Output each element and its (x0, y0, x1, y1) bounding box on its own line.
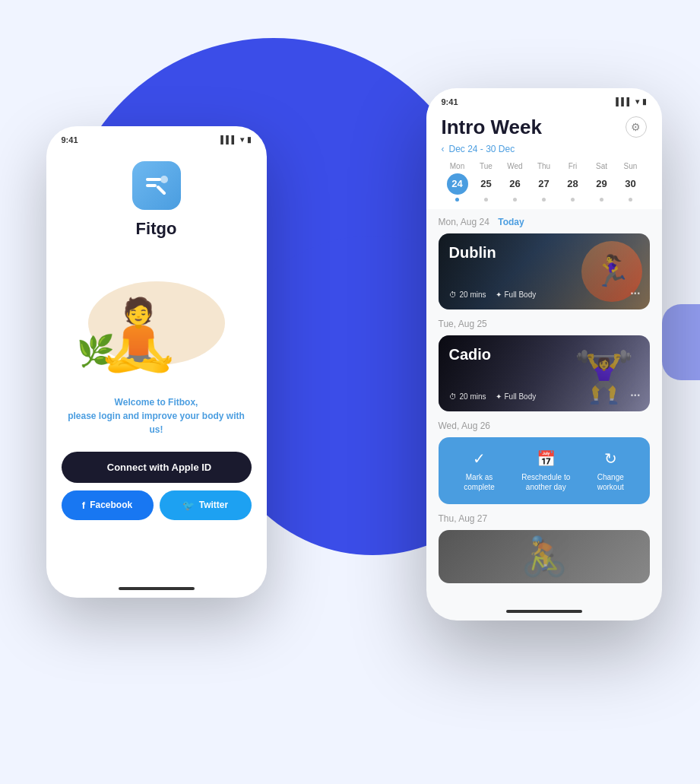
day-sat[interactable]: Sat 29 (588, 162, 616, 202)
workout-title-cadio: Cadio (449, 346, 639, 363)
day-dot-fri (571, 198, 575, 202)
settings-button[interactable]: ⚙ (626, 116, 647, 138)
workout-duration-dublin: ⏱ 20 mins (449, 290, 486, 299)
workout-type-cadio: ✦ Full Body (496, 392, 537, 401)
day-name-thu: Thu (537, 162, 550, 170)
logo-icon (143, 172, 170, 199)
day-num-tue: 25 (476, 173, 497, 195)
workout-content-cadio: Cadio ⏱ 20 mins ✦ Full Body (439, 335, 650, 411)
phone-schedule: 9:41 ▌▌▌ ▾ ▮ Intro Week ⚙ ‹ Dec 24 - 30 … (426, 88, 662, 621)
day-dot-thu (542, 198, 546, 202)
day-sun[interactable]: Sun 30 (616, 162, 645, 202)
action-mark-complete[interactable]: ✓ Mark ascomplete (464, 449, 495, 492)
section-date-wed: Wed, Aug 26 (439, 421, 491, 431)
day-name-tue: Tue (480, 162, 493, 170)
action-reschedule-label: Reschedule toanother day (521, 472, 570, 492)
day-tue[interactable]: Tue 25 (472, 162, 501, 202)
apple-id-button[interactable]: Connect with Apple ID (62, 452, 252, 483)
workout-type-dublin: ✦ Full Body (496, 290, 537, 299)
day-dot-mon (455, 198, 459, 202)
clock-icon: ⏱ (449, 290, 457, 299)
title-row: Intro Week ⚙ (442, 116, 647, 139)
clock-icon-cadio: ⏱ (449, 392, 457, 401)
type-text-cadio: Full Body (505, 392, 537, 401)
today-badge: Today (498, 217, 524, 227)
day-name-sat: Sat (596, 162, 607, 170)
phones-container: 9:41 ▌▌▌ ▾ ▮ Fitgo (24, 50, 677, 735)
day-num-thu: 27 (534, 173, 555, 195)
home-indicator-right (506, 610, 582, 613)
welcome-prefix: Welcome to (115, 397, 168, 408)
day-thu[interactable]: Thu 27 (530, 162, 559, 202)
svg-point-2 (160, 176, 168, 183)
day-num-sun: 30 (620, 173, 641, 195)
check-circle-icon: ✓ (473, 449, 486, 468)
brand-name: Fitbox (168, 397, 195, 408)
day-label-thu: Thu, Aug 27 (439, 513, 650, 524)
facebook-button[interactable]: f Facebook (62, 490, 154, 520)
status-icons-right: ▌▌▌ ▾ ▮ (616, 97, 646, 106)
day-dot-sun (629, 198, 632, 202)
workout-bg-thu: 🚴 (439, 530, 650, 583)
facebook-label: Facebook (90, 500, 132, 510)
signal-icon-right: ▌▌▌ (616, 97, 632, 106)
section-mon: Mon, Aug 24 Today 🏃‍♀️ Dublin (439, 217, 650, 309)
action-reschedule[interactable]: 📅 Reschedule toanother day (521, 449, 570, 492)
day-label-mon: Mon, Aug 24 Today (439, 217, 650, 227)
date-range-label: Dec 24 - 30 Dec (449, 144, 515, 154)
workout-duration-cadio: ⏱ 20 mins (449, 392, 486, 401)
workout-title-dublin: Dublin (449, 244, 639, 262)
workout-card-cadio[interactable]: 🏋️‍♀️ Cadio ⏱ 20 mins ✦ (439, 335, 650, 411)
section-date-thu: Thu, Aug 27 (439, 513, 488, 524)
action-complete-label: Mark ascomplete (464, 472, 495, 492)
day-num-sat: 29 (591, 173, 613, 195)
day-name-fri: Fri (569, 162, 578, 170)
signal-icon-left: ▌▌▌ (220, 135, 236, 144)
action-card-wed: ✓ Mark ascomplete 📅 Reschedule toanother… (439, 437, 650, 504)
section-thu: Thu, Aug 27 🚴 (439, 513, 650, 583)
section-date-tue: Tue, Aug 25 (439, 319, 487, 329)
date-prev-button[interactable]: ‹ (442, 144, 445, 154)
day-wed[interactable]: Wed 26 (501, 162, 530, 202)
day-name-mon: Mon (450, 162, 464, 170)
date-nav: ‹ Dec 24 - 30 Dec (442, 144, 647, 154)
section-wed: Wed, Aug 26 ✓ Mark ascomplete 📅 Reschedu… (439, 421, 650, 504)
day-label-wed: Wed, Aug 26 (439, 421, 650, 431)
login-content: Fitgo 🌿 🧘 Welcome to Fitbox,please login… (46, 148, 267, 535)
illustration: 🌿 🧘 (73, 251, 240, 380)
workout-content-dublin: Dublin ⏱ 20 mins ✦ Full Body (439, 233, 650, 309)
social-buttons: f Facebook 🐦 Twitter (62, 490, 252, 520)
twitter-button[interactable]: 🐦 Twitter (160, 490, 252, 520)
day-num-fri: 28 (562, 173, 584, 195)
phone-notch-right (506, 88, 582, 105)
duration-text-cadio: 20 mins (460, 392, 486, 401)
day-name-wed: Wed (507, 162, 522, 170)
app-logo (132, 161, 181, 210)
status-time-left: 9:41 (62, 135, 78, 144)
day-fri[interactable]: Fri 28 (559, 162, 588, 202)
workout-card-thu[interactable]: 🚴 (439, 530, 650, 583)
home-indicator-left (119, 587, 195, 590)
day-label-tue: Tue, Aug 25 (439, 319, 650, 329)
day-dot-wed (513, 198, 517, 202)
settings-gear-icon: ⚙ (631, 121, 641, 133)
twitter-icon: 🐦 (182, 500, 195, 511)
apple-id-label: Connect with Apple ID (107, 462, 211, 473)
wifi-icon-left: ▾ (240, 135, 244, 144)
app-name: Fitgo (136, 219, 177, 239)
twitter-label: Twitter (199, 500, 228, 510)
duration-text-dublin: 20 mins (460, 290, 486, 299)
body-icon: ✦ (496, 290, 502, 299)
status-time-right: 9:41 (442, 97, 458, 106)
section-date-mon: Mon, Aug 24 (439, 217, 489, 227)
day-name-sun: Sun (624, 162, 638, 170)
phone-login: 9:41 ▌▌▌ ▾ ▮ Fitgo (46, 126, 267, 598)
illus-person: 🧘 (96, 300, 181, 369)
action-change-workout[interactable]: ↻ Changeworkout (597, 449, 624, 492)
week-calendar: Mon 24 Tue 25 Wed 26 Thu 27 (442, 162, 647, 202)
svg-rect-0 (146, 178, 161, 181)
workout-card-dublin[interactable]: 🏃‍♀️ Dublin ⏱ 20 mins ✦ (439, 233, 650, 309)
day-mon[interactable]: Mon 24 (443, 162, 472, 202)
svg-rect-1 (146, 184, 157, 187)
phone-notch-left (119, 126, 195, 143)
